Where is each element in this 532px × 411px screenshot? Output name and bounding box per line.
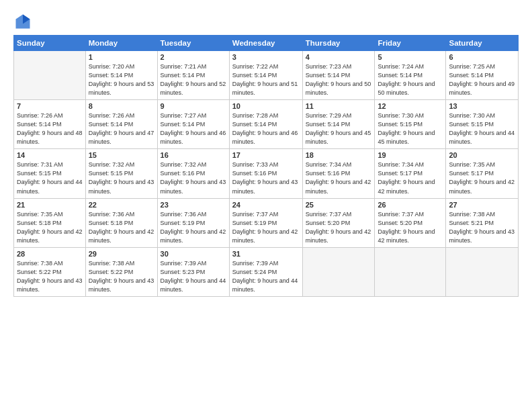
daylight-text: Daylight: 9 hours and 43 minutes. <box>232 179 298 194</box>
day-number: 26 <box>378 201 443 209</box>
calendar-cell: 29 Sunrise: 7:38 AM Sunset: 5:22 PM Dayl… <box>85 247 157 296</box>
calendar-cell: 26 Sunrise: 7:37 AM Sunset: 5:20 PM Dayl… <box>375 198 446 247</box>
day-info: Sunrise: 7:34 AM Sunset: 5:16 PM Dayligh… <box>306 161 372 195</box>
day-number: 23 <box>161 201 226 209</box>
daylight-text: Daylight: 9 hours and 46 minutes. <box>161 130 226 145</box>
calendar-cell: 19 Sunrise: 7:34 AM Sunset: 5:17 PM Dayl… <box>375 149 446 198</box>
sunrise-text: Sunrise: 7:39 AM <box>161 260 207 267</box>
daylight-text: Daylight: 9 hours and 43 minutes. <box>89 179 154 194</box>
day-number: 12 <box>378 102 443 110</box>
calendar-cell <box>375 247 446 296</box>
sunrise-text: Sunrise: 7:22 AM <box>232 63 279 70</box>
day-info: Sunrise: 7:35 AM Sunset: 5:18 PM Dayligh… <box>17 210 83 245</box>
day-info: Sunrise: 7:28 AM Sunset: 5:14 PM Dayligh… <box>232 111 300 146</box>
sunrise-text: Sunrise: 7:36 AM <box>89 211 135 218</box>
weekday-row: SundayMondayTuesdayWednesdayThursdayFrid… <box>14 36 519 51</box>
sunset-text: Sunset: 5:22 PM <box>17 269 62 275</box>
sunset-text: Sunset: 5:14 PM <box>161 121 206 128</box>
daylight-text: Daylight: 9 hours and 45 minutes. <box>378 130 435 145</box>
day-number: 29 <box>89 250 154 258</box>
sunset-text: Sunset: 5:19 PM <box>161 220 206 226</box>
daylight-text: Daylight: 9 hours and 42 minutes. <box>89 228 154 244</box>
day-number: 22 <box>89 201 154 209</box>
calendar-week-row: 28 Sunrise: 7:38 AM Sunset: 5:22 PM Dayl… <box>14 247 519 296</box>
day-info: Sunrise: 7:32 AM Sunset: 5:15 PM Dayligh… <box>89 161 154 195</box>
sunset-text: Sunset: 5:14 PM <box>306 72 351 79</box>
weekday-header: Monday <box>85 36 157 51</box>
weekday-header: Thursday <box>302 36 375 51</box>
day-number: 13 <box>449 102 515 110</box>
day-info: Sunrise: 7:26 AM Sunset: 5:14 PM Dayligh… <box>17 111 83 146</box>
day-number: 10 <box>232 102 300 110</box>
daylight-text: Daylight: 9 hours and 47 minutes. <box>89 130 154 145</box>
day-info: Sunrise: 7:25 AM Sunset: 5:14 PM Dayligh… <box>449 62 515 97</box>
day-number: 1 <box>89 53 154 61</box>
day-info: Sunrise: 7:22 AM Sunset: 5:14 PM Dayligh… <box>232 62 300 97</box>
daylight-text: Daylight: 9 hours and 44 minutes. <box>232 277 298 293</box>
sunset-text: Sunset: 5:14 PM <box>161 72 206 79</box>
sunset-text: Sunset: 5:14 PM <box>449 72 494 79</box>
calendar-cell: 11 Sunrise: 7:29 AM Sunset: 5:14 PM Dayl… <box>302 100 375 149</box>
day-number: 16 <box>161 151 226 159</box>
sunrise-text: Sunrise: 7:27 AM <box>161 112 207 119</box>
day-info: Sunrise: 7:39 AM Sunset: 5:23 PM Dayligh… <box>161 259 226 294</box>
day-number: 24 <box>232 201 300 209</box>
day-info: Sunrise: 7:27 AM Sunset: 5:14 PM Dayligh… <box>161 111 226 146</box>
sunset-text: Sunset: 5:15 PM <box>378 121 423 128</box>
day-number: 6 <box>449 53 515 61</box>
day-number: 25 <box>306 201 372 209</box>
sunrise-text: Sunrise: 7:38 AM <box>17 260 63 267</box>
sunrise-text: Sunrise: 7:29 AM <box>306 112 352 119</box>
sunrise-text: Sunrise: 7:37 AM <box>232 211 279 218</box>
sunset-text: Sunset: 5:14 PM <box>17 121 62 128</box>
day-info: Sunrise: 7:24 AM Sunset: 5:14 PM Dayligh… <box>378 62 443 97</box>
day-info: Sunrise: 7:26 AM Sunset: 5:14 PM Dayligh… <box>89 111 154 146</box>
daylight-text: Daylight: 9 hours and 43 minutes. <box>449 228 515 244</box>
sunrise-text: Sunrise: 7:28 AM <box>232 112 279 119</box>
sunrise-text: Sunrise: 7:34 AM <box>378 161 424 168</box>
calendar-header: SundayMondayTuesdayWednesdayThursdayFrid… <box>14 36 519 51</box>
sunrise-text: Sunrise: 7:35 AM <box>449 161 495 168</box>
sunset-text: Sunset: 5:15 PM <box>449 121 494 128</box>
day-info: Sunrise: 7:20 AM Sunset: 5:14 PM Dayligh… <box>89 62 154 97</box>
calendar-cell: 2 Sunrise: 7:21 AM Sunset: 5:14 PM Dayli… <box>157 51 229 100</box>
sunrise-text: Sunrise: 7:39 AM <box>232 260 279 267</box>
calendar-week-row: 1 Sunrise: 7:20 AM Sunset: 5:14 PM Dayli… <box>14 51 519 100</box>
calendar-body: 1 Sunrise: 7:20 AM Sunset: 5:14 PM Dayli… <box>14 51 519 297</box>
calendar-cell: 31 Sunrise: 7:39 AM Sunset: 5:24 PM Dayl… <box>229 247 302 296</box>
sunrise-text: Sunrise: 7:36 AM <box>161 211 207 218</box>
daylight-text: Daylight: 9 hours and 42 minutes. <box>378 228 435 244</box>
sunset-text: Sunset: 5:17 PM <box>449 170 494 177</box>
sunrise-text: Sunrise: 7:26 AM <box>17 112 63 119</box>
calendar-cell: 21 Sunrise: 7:35 AM Sunset: 5:18 PM Dayl… <box>14 198 86 247</box>
day-info: Sunrise: 7:32 AM Sunset: 5:16 PM Dayligh… <box>161 161 226 195</box>
sunrise-text: Sunrise: 7:23 AM <box>306 63 352 70</box>
day-number: 8 <box>89 102 154 110</box>
sunrise-text: Sunrise: 7:32 AM <box>89 161 135 168</box>
weekday-header: Sunday <box>14 36 86 51</box>
calendar-cell: 14 Sunrise: 7:31 AM Sunset: 5:15 PM Dayl… <box>14 149 86 198</box>
calendar-cell: 3 Sunrise: 7:22 AM Sunset: 5:14 PM Dayli… <box>229 51 302 100</box>
day-number: 28 <box>17 250 83 258</box>
calendar-cell: 1 Sunrise: 7:20 AM Sunset: 5:14 PM Dayli… <box>85 51 157 100</box>
sunset-text: Sunset: 5:23 PM <box>161 269 206 275</box>
day-number: 3 <box>232 53 300 61</box>
day-number: 14 <box>17 151 83 159</box>
sunset-text: Sunset: 5:15 PM <box>17 170 62 177</box>
sunset-text: Sunset: 5:17 PM <box>378 170 423 177</box>
day-info: Sunrise: 7:38 AM Sunset: 5:22 PM Dayligh… <box>17 259 83 294</box>
calendar-cell: 9 Sunrise: 7:27 AM Sunset: 5:14 PM Dayli… <box>157 100 229 149</box>
day-number: 5 <box>378 53 443 61</box>
calendar-cell: 24 Sunrise: 7:37 AM Sunset: 5:19 PM Dayl… <box>229 198 302 247</box>
calendar-cell: 30 Sunrise: 7:39 AM Sunset: 5:23 PM Dayl… <box>157 247 229 296</box>
day-info: Sunrise: 7:36 AM Sunset: 5:18 PM Dayligh… <box>89 210 154 245</box>
sunset-text: Sunset: 5:14 PM <box>89 72 134 79</box>
day-number: 11 <box>306 102 372 110</box>
calendar-cell: 5 Sunrise: 7:24 AM Sunset: 5:14 PM Dayli… <box>375 51 446 100</box>
sunrise-text: Sunrise: 7:26 AM <box>89 112 135 119</box>
day-number: 18 <box>306 151 372 159</box>
day-info: Sunrise: 7:33 AM Sunset: 5:16 PM Dayligh… <box>232 161 300 195</box>
sunrise-text: Sunrise: 7:31 AM <box>17 161 63 168</box>
calendar-cell: 28 Sunrise: 7:38 AM Sunset: 5:22 PM Dayl… <box>14 247 86 296</box>
calendar-cell <box>14 51 86 100</box>
